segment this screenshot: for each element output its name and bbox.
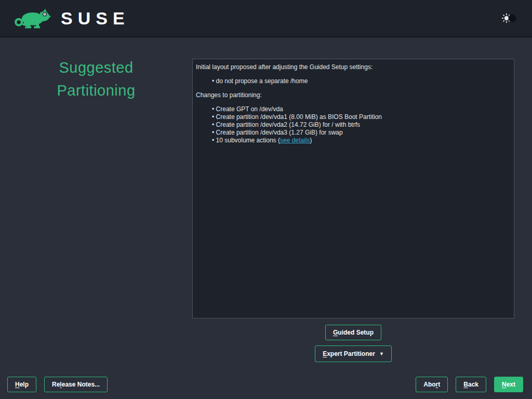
expert-partitioner-dropdown-button[interactable]: Expert Partitioner ▼: [315, 345, 392, 362]
subvolume-text-close: ): [310, 137, 312, 144]
page-title-line2: Partitioning: [0, 79, 192, 102]
page-title-line1: Suggested: [0, 56, 192, 79]
list-item: do not propose a separate /home: [212, 77, 511, 85]
brand-wordmark: SUSE: [61, 8, 130, 29]
help-button[interactable]: Help: [7, 377, 36, 392]
panel-actions: Guided Setup Expert Partitioner ▼: [192, 325, 514, 362]
moon-icon: [509, 15, 516, 22]
see-details-link[interactable]: see details: [280, 137, 310, 144]
partitioning-proposal-panel[interactable]: Initial layout proposed after adjusting …: [192, 59, 514, 318]
list-item-subvolumes: 10 subvolume actions (see details): [212, 137, 511, 144]
chevron-down-icon: ▼: [379, 352, 384, 356]
list-item: Create GPT on /dev/vda: [212, 105, 511, 113]
suse-chameleon-icon: [13, 5, 54, 32]
proposal-intro: Initial layout proposed after adjusting …: [196, 63, 511, 71]
next-button[interactable]: Next: [494, 377, 523, 392]
changes-bullet-list: Create GPT on /dev/vda Create partition …: [212, 105, 511, 144]
list-item: Create partition /dev/vda1 (8.00 MiB) as…: [212, 113, 511, 121]
list-item: Create partition /dev/vda3 (1.27 GiB) fo…: [212, 129, 511, 137]
footer-bar: Help Release Notes... Abort Back Next: [0, 377, 532, 392]
back-button[interactable]: Back: [456, 377, 486, 392]
theme-toggle-button[interactable]: [499, 11, 517, 25]
footer-left-group: Help Release Notes...: [7, 377, 108, 392]
guided-setup-button[interactable]: Guided Setup: [325, 325, 381, 340]
release-notes-button[interactable]: Release Notes...: [44, 377, 108, 392]
footer-right-group: Abort Back Next: [416, 377, 523, 392]
suse-logo: SUSE: [13, 5, 130, 32]
changes-heading: Changes to partitioning:: [196, 91, 511, 99]
list-item: Create partition /dev/vda2 (14.72 GiB) f…: [212, 121, 511, 129]
page-title: Suggested Partitioning: [0, 56, 192, 102]
intro-bullet-list: do not propose a separate /home: [212, 77, 511, 85]
subvolume-text: 10 subvolume actions (: [216, 137, 280, 144]
abort-button[interactable]: Abort: [416, 377, 448, 392]
top-bar: SUSE: [0, 0, 532, 37]
